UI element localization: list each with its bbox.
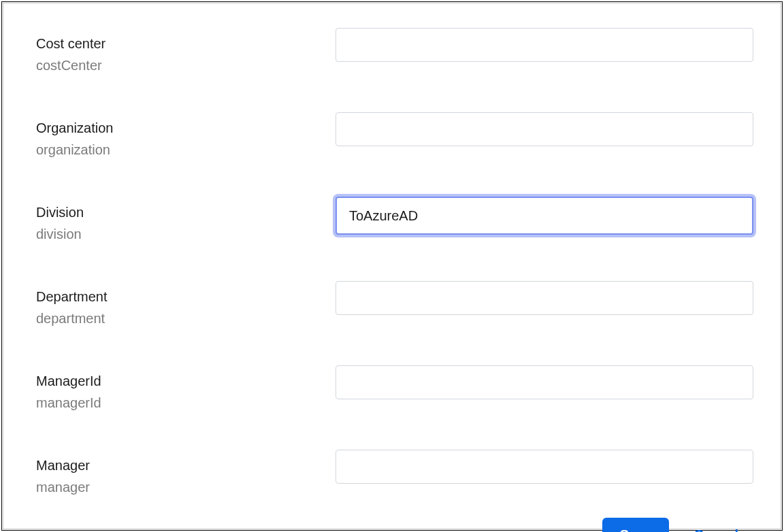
label-col: Cost center costCenter bbox=[36, 28, 336, 74]
field-label-organization: Organization bbox=[36, 119, 336, 137]
form-row-division: Division division bbox=[36, 197, 753, 243]
input-col bbox=[336, 197, 753, 235]
input-col bbox=[336, 28, 753, 62]
field-label-manager-id: ManagerId bbox=[36, 372, 336, 390]
label-col: Manager manager bbox=[36, 450, 336, 496]
organization-input[interactable] bbox=[336, 112, 753, 146]
manager-id-input[interactable] bbox=[336, 365, 753, 399]
input-col bbox=[336, 281, 753, 315]
field-sublabel-manager-id: managerId bbox=[36, 394, 336, 412]
save-button[interactable]: Save bbox=[602, 518, 670, 532]
department-input[interactable] bbox=[336, 281, 753, 315]
form-row-manager-id: ManagerId managerId bbox=[36, 365, 753, 412]
field-sublabel-organization: organization bbox=[36, 141, 336, 159]
cost-center-input[interactable] bbox=[336, 28, 753, 62]
form-panel: Cost center costCenter Organization orga… bbox=[3, 3, 781, 529]
form-row-organization: Organization organization bbox=[36, 112, 753, 159]
button-row: Save Cancel bbox=[36, 518, 753, 532]
label-col: Organization organization bbox=[36, 112, 336, 159]
form-row-cost-center: Cost center costCenter bbox=[36, 28, 753, 74]
label-col: Department department bbox=[36, 281, 336, 327]
form-row-department: Department department bbox=[36, 281, 753, 327]
input-col bbox=[336, 112, 753, 146]
field-label-cost-center: Cost center bbox=[36, 35, 336, 52]
field-label-manager: Manager bbox=[36, 456, 336, 474]
label-col: ManagerId managerId bbox=[36, 365, 336, 412]
cancel-button[interactable]: Cancel bbox=[693, 527, 738, 532]
outer-border: Cost center costCenter Organization orga… bbox=[1, 1, 783, 531]
field-sublabel-division: division bbox=[36, 225, 336, 243]
field-sublabel-manager: manager bbox=[36, 478, 336, 496]
form-row-manager: Manager manager bbox=[36, 450, 753, 496]
field-label-division: Division bbox=[36, 203, 336, 221]
input-col bbox=[336, 365, 753, 399]
field-sublabel-department: department bbox=[36, 310, 336, 327]
division-input[interactable] bbox=[336, 197, 753, 235]
input-col bbox=[336, 450, 753, 484]
label-col: Division division bbox=[36, 197, 336, 243]
manager-input[interactable] bbox=[336, 450, 753, 484]
field-label-department: Department bbox=[36, 288, 336, 305]
field-sublabel-cost-center: costCenter bbox=[36, 56, 336, 74]
